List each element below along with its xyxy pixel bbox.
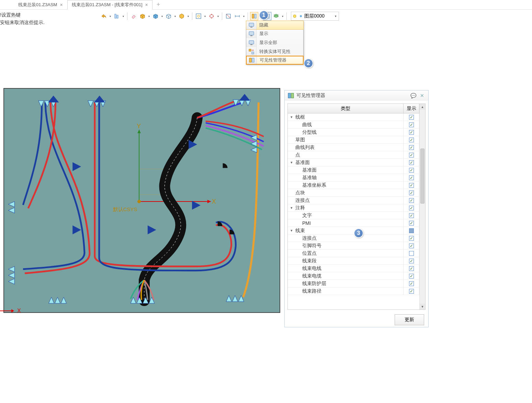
- checkbox[interactable]: ✓: [409, 266, 414, 271]
- checkbox[interactable]: ✓: [409, 243, 414, 248]
- checkbox[interactable]: ✓: [409, 259, 414, 263]
- update-button[interactable]: 更新: [395, 314, 424, 325]
- dropdown-item-show[interactable]: 显示: [246, 29, 303, 38]
- dropdown-arrow-icon[interactable]: ▾: [186, 15, 190, 18]
- panel-titlebar[interactable]: 可见性管理器 💬 ✕: [285, 90, 428, 101]
- checkbox[interactable]: ✓: [409, 138, 414, 142]
- dropdown-item-toggle-visibility[interactable]: 转换实体可见性: [246, 47, 303, 56]
- dropdown-item-hide[interactable]: 隐藏: [246, 21, 304, 30]
- erase-button[interactable]: [129, 12, 138, 20]
- checkbox[interactable]: ✓: [409, 183, 414, 188]
- table-row[interactable]: 基准坐标系✓: [288, 182, 419, 189]
- table-row[interactable]: 线束电缆✓: [288, 272, 419, 280]
- table-row[interactable]: 分型线✓: [288, 129, 419, 136]
- checkbox[interactable]: ✓: [409, 145, 414, 150]
- scroll-thumb[interactable]: [420, 149, 425, 204]
- table-row[interactable]: 连接点✓: [288, 197, 419, 204]
- table-row[interactable]: 线束段✓: [288, 257, 419, 265]
- chevron-down-icon[interactable]: ▾: [291, 160, 295, 165]
- box-yellow-button[interactable]: [138, 12, 147, 20]
- scroll-down-button[interactable]: ▼: [420, 304, 425, 309]
- box-blue-button[interactable]: [151, 12, 160, 20]
- table-row[interactable]: 草图✓: [288, 136, 419, 144]
- checkbox[interactable]: ✓: [409, 175, 414, 180]
- checkbox[interactable]: ✓: [409, 160, 414, 165]
- svg-rect-67: [291, 93, 294, 98]
- table-row[interactable]: 曲线列表✓: [288, 144, 419, 151]
- checkbox[interactable]: ✓: [409, 281, 414, 286]
- column-header-type[interactable]: 类型: [288, 104, 404, 113]
- dropdown-arrow-icon[interactable]: ▾: [216, 15, 220, 18]
- checkbox[interactable]: ✓: [409, 274, 414, 279]
- checkbox[interactable]: ✓: [409, 130, 414, 135]
- viewport-3d[interactable]: X Y 默认CSYS: [3, 88, 280, 313]
- table-row[interactable]: ▾注释✓: [288, 204, 419, 212]
- align-button[interactable]: [113, 12, 121, 20]
- table-row[interactable]: 位置点: [288, 250, 419, 257]
- close-icon[interactable]: ✕: [419, 92, 426, 99]
- dropdown-item-visibility-manager[interactable]: 可见性管理器: [246, 56, 304, 65]
- checkbox[interactable]: ✓: [409, 236, 414, 241]
- table-row[interactable]: 点块✓: [288, 189, 419, 197]
- table-row[interactable]: 基准轴✓: [288, 174, 419, 182]
- dropdown-arrow-icon[interactable]: ▾: [281, 15, 284, 18]
- checkbox[interactable]: ✓: [409, 289, 414, 294]
- table-row[interactable]: 文字✓: [288, 212, 419, 219]
- scrollbar[interactable]: ▲ ▼: [419, 104, 425, 309]
- tab-2[interactable]: 线束总装01.Z3ASM - [线束零件001] ×: [67, 0, 152, 10]
- wireframe-box-button[interactable]: [165, 12, 173, 20]
- dropdown-arrow-icon[interactable]: ▾: [147, 15, 151, 18]
- table-row[interactable]: ▾基准面✓: [288, 159, 419, 166]
- checkbox[interactable]: [409, 228, 414, 233]
- dropdown-arrow-icon[interactable]: ▾: [203, 15, 207, 18]
- checkbox[interactable]: ✓: [409, 153, 414, 157]
- svg-text:X: X: [212, 198, 216, 205]
- table-row[interactable]: ▾线框✓: [288, 113, 419, 121]
- chevron-down-icon[interactable]: ▾: [291, 228, 295, 233]
- dropdown-arrow-icon[interactable]: ▾: [122, 15, 125, 18]
- checkbox[interactable]: ✓: [409, 168, 414, 173]
- checkbox[interactable]: ✓: [409, 221, 414, 226]
- dropdown-arrow-icon[interactable]: ▾: [242, 15, 246, 18]
- checkbox[interactable]: ✓: [409, 213, 414, 218]
- target-button[interactable]: [207, 12, 216, 20]
- dropdown-item-show-all[interactable]: 显示全部: [246, 38, 303, 47]
- help-icon[interactable]: 💬: [410, 92, 417, 99]
- section-button[interactable]: [224, 12, 233, 20]
- column-header-show[interactable]: 显示: [404, 104, 419, 113]
- table-row[interactable]: 线束路径✓: [288, 287, 419, 295]
- checkbox[interactable]: ✓: [409, 122, 414, 127]
- layer-selector[interactable]: 图层0000 ▾: [291, 12, 339, 21]
- table-row[interactable]: 点✓: [288, 151, 419, 159]
- zoom-select-button[interactable]: [194, 12, 203, 20]
- checkbox[interactable]: ✓: [409, 190, 414, 195]
- polygon-button[interactable]: [178, 12, 186, 20]
- measure-button[interactable]: [233, 12, 241, 20]
- visibility-menu-button[interactable]: [250, 12, 258, 20]
- table-row[interactable]: 曲线✓: [288, 121, 419, 129]
- checkbox[interactable]: [409, 251, 414, 256]
- scroll-up-button[interactable]: ▲: [420, 104, 425, 110]
- close-icon[interactable]: ×: [60, 2, 63, 8]
- checkbox[interactable]: ✓: [409, 115, 414, 120]
- table-row[interactable]: 连接点✓: [288, 235, 419, 242]
- table-row[interactable]: 引脚符号✓: [288, 242, 419, 250]
- tab-2-label: 线束总装01.Z3ASM - [线束零件001]: [72, 2, 143, 8]
- table-row[interactable]: 基准面✓: [288, 166, 419, 174]
- dropdown-arrow-icon[interactable]: ▾: [109, 15, 112, 18]
- checkbox[interactable]: ✓: [409, 206, 414, 210]
- tab-add-button[interactable]: +: [155, 1, 162, 8]
- chevron-down-icon[interactable]: ▾: [291, 115, 295, 119]
- dropdown-arrow-icon[interactable]: ▾: [173, 15, 177, 18]
- layer-button[interactable]: [272, 12, 280, 20]
- checkbox[interactable]: ✓: [409, 198, 414, 203]
- table-row[interactable]: PMI✓: [288, 219, 419, 227]
- dropdown-arrow-icon[interactable]: ▾: [160, 15, 164, 18]
- chevron-down-icon[interactable]: ▾: [291, 206, 295, 210]
- dd-label: 隐藏: [257, 22, 268, 28]
- close-icon[interactable]: ×: [145, 2, 148, 8]
- undo-button[interactable]: [100, 12, 108, 20]
- table-row[interactable]: 线束电线✓: [288, 265, 419, 272]
- table-row[interactable]: 线束防护层✓: [288, 280, 419, 287]
- tab-1[interactable]: 线束总装01.Z3ASM ×: [14, 0, 67, 10]
